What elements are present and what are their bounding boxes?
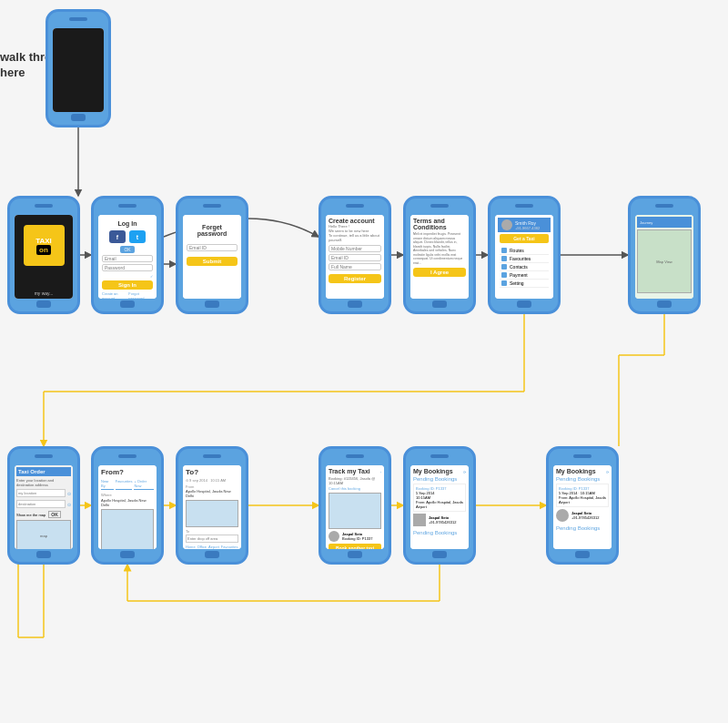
to-map — [186, 500, 238, 527]
forget-email-input[interactable] — [187, 244, 238, 251]
screen-forget: Forget password Submit — [183, 215, 241, 299]
pending-title: Pending Bookings — [413, 476, 466, 482]
drop-off-input[interactable] — [186, 535, 238, 543]
track-booking-number: Booking ID: P1337 — [342, 536, 372, 541]
from-title: From? — [101, 468, 154, 476]
create-account-link[interactable]: Create an account — [102, 291, 128, 299]
screen-splash — [53, 28, 104, 112]
bookings2-driver: Jaspal Seto +91-9785426312 — [556, 509, 609, 522]
phone-terms: Terms and Conditions Meli et imperdiet f… — [403, 196, 476, 314]
my-location-input[interactable] — [16, 489, 66, 497]
screen-taxi: TAXI on my way... — [15, 215, 73, 299]
tab-favs[interactable]: Favourites — [221, 545, 238, 549]
menu-routes[interactable]: Routes — [500, 247, 549, 255]
phone-taxi-home: TAXI on my way... — [7, 196, 80, 314]
screen-create: Create account Hello There !We seem to b… — [326, 215, 384, 299]
tab-nearby[interactable]: Near By — [101, 479, 114, 490]
mobile-input[interactable] — [329, 245, 381, 252]
menu-payment[interactable]: Payment — [500, 271, 549, 280]
phone-forget-password: Forget password Submit — [176, 196, 248, 314]
password-input[interactable] — [102, 264, 153, 271]
twitter-btn[interactable]: t — [129, 230, 146, 243]
destination-input[interactable] — [16, 500, 66, 508]
phone-bookings2: My Bookings ⟳ Pending Bookings Booking I… — [546, 446, 619, 565]
email-input[interactable] — [102, 255, 153, 262]
bookings2-pending: Pending Bookings — [556, 476, 609, 482]
tab-airport[interactable]: Airport — [208, 545, 219, 549]
bookings-title: My Bookings — [413, 468, 453, 474]
create-email-input[interactable] — [329, 254, 381, 261]
screen-bookings: My Bookings ⟳ Pending Bookings Booking I… — [410, 465, 469, 549]
to-date: ⊙ 9 sep 2014 10:15 AM — [186, 478, 238, 483]
bookings-driver-avatar — [413, 514, 426, 526]
from-map — [101, 509, 154, 549]
register-button[interactable]: Register — [329, 274, 381, 283]
driver-section: Jaspal Seto +91-9785426312 — [413, 514, 466, 526]
track-booking-info: Booking: #123456, Jasola @ 10:15AM — [329, 476, 381, 485]
screen-bookings2: My Bookings ⟳ Pending Bookings Booking I… — [553, 465, 612, 549]
driver-avatar — [329, 531, 339, 542]
book-another-button[interactable]: Book another taxi — [329, 544, 381, 549]
phone-to: To? ⊙ 9 sep 2014 10:15 AM From Apollo Ho… — [176, 446, 248, 565]
bookings2-phone: +91-9785426312 — [571, 515, 599, 520]
track-map — [329, 493, 381, 529]
menu-contacts[interactable]: Contacts — [500, 263, 549, 271]
from-location: Apollo Hospital, Jasola New Delhi — [101, 498, 154, 507]
get-taxi-button[interactable]: Get a Taxi — [500, 234, 549, 243]
cancel-booking-link[interactable]: Cancel this booking — [329, 486, 381, 491]
menu-favourites[interactable]: Favourites — [500, 255, 549, 263]
ok-btn[interactable]: OK — [120, 246, 134, 253]
pending-bookings-footer: Pending Bookings — [413, 530, 466, 535]
bookings-driver-phone: +91-9785426312 — [429, 520, 456, 524]
bookings2-footer: Pending Bookings — [556, 525, 609, 531]
from-where-label: Where — [101, 493, 154, 497]
tab-home[interactable]: Home — [186, 545, 196, 549]
bookings2-to: Airport — [559, 500, 606, 504]
user-phone: +91-9667-4382 — [515, 226, 540, 230]
from-tabs: Near By Favourites + Order Now — [101, 479, 154, 490]
screen-terms: Terms and Conditions Meli et imperdiet f… — [410, 215, 469, 299]
to-tabs: Home Office Airport Favourites — [186, 545, 238, 549]
menu-setting[interactable]: Setting — [500, 280, 549, 288]
driver-info: Jaspal Seto Booking ID: P1337 — [329, 531, 381, 542]
tab-office[interactable]: Office — [197, 545, 207, 549]
booking-item-1: Booking ID: P1337 5 Sep 2014 10:15AM Fro… — [413, 484, 466, 512]
phone-create-account: Create account Hello There !We seem to b… — [318, 196, 391, 314]
to-from-location: Apollo Hospital, Jasola New Delhi — [186, 489, 238, 498]
bookings2-avatar — [556, 509, 569, 522]
phone-map: Journey Map View — [628, 196, 701, 314]
screen-map: Journey Map View — [635, 215, 693, 299]
phone-splash — [46, 9, 111, 127]
to-title: To? — [186, 468, 238, 476]
screen-book: Taxi Order Enter your location and desti… — [15, 465, 73, 549]
facebook-btn[interactable]: f — [109, 230, 126, 243]
signin-button[interactable]: Sign In — [102, 280, 153, 290]
phone-book-taxi: Taxi Order Enter your location and desti… — [7, 446, 80, 565]
bookings2-item: Booking ID: P1337 5 Sep 2014 · 10:15AM F… — [556, 484, 609, 507]
terms-title: Terms and Conditions — [413, 218, 466, 230]
screen-from: From? Near By Favourites + Order Now Whe… — [98, 465, 157, 549]
fullname-input[interactable] — [329, 263, 381, 270]
screen-login: Log In f t OK ✓ Sign In Create an accoun… — [98, 215, 157, 299]
screen-dashboard: Smith Roy +91-9667-4382 Get a Taxi Route… — [495, 215, 553, 299]
terms-text: Meli et imperdiet feugis. Praesent ornar… — [413, 232, 466, 265]
phone-dashboard: Smith Roy +91-9667-4382 Get a Taxi Route… — [488, 196, 561, 314]
track-title: Track my Taxi — [329, 468, 370, 474]
menu-list: Routes Favourites Contacts Payment Setti… — [498, 245, 551, 290]
create-title: Create account — [329, 218, 381, 224]
submit-button[interactable]: Submit — [187, 257, 238, 266]
phone-from: From? Near By Favourites + Order Now Whe… — [91, 446, 164, 565]
create-subtitle: Hello There !We seem to be new hereTo co… — [329, 224, 381, 242]
tab-favourites[interactable]: Favourites — [116, 479, 133, 490]
book-map: map — [16, 520, 71, 549]
login-title: Log In — [102, 220, 153, 227]
book-title: Taxi Order — [16, 467, 71, 476]
diagram-container: walk through here — [0, 0, 728, 723]
book-subtitle: Enter your location and destination addr… — [16, 478, 71, 487]
phone-my-bookings: My Bookings ⟳ Pending Bookings Booking I… — [403, 446, 476, 565]
tab-order-now[interactable]: + Order Now — [134, 479, 154, 490]
screen-track: Track my Taxi › Booking: #123456, Jasola… — [326, 465, 384, 549]
forgot-password-link[interactable]: Forgot password — [128, 291, 153, 299]
bookings2-title: My Bookings — [556, 468, 596, 474]
agree-button[interactable]: I Agree — [413, 268, 466, 277]
